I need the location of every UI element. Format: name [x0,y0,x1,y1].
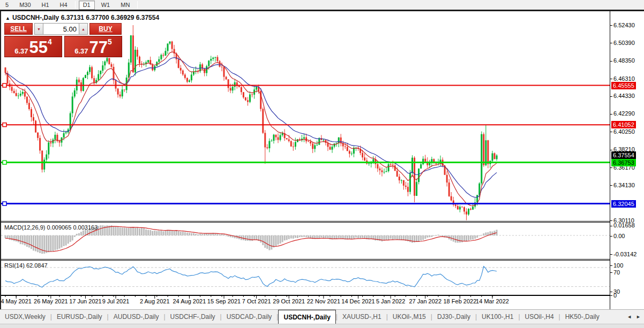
timeframe-button-m30[interactable]: M30 [15,1,35,10]
price-axis-tick [610,150,612,150]
volume-input[interactable] [43,23,79,35]
tab-xauusd-h1[interactable]: XAUUSD-,H1 [338,310,386,324]
chart-title-ohlc: 6.37131 6.37700 6.36929 6.37554 [61,14,160,21]
price-axis-tick-label: 6.40250 [613,128,635,135]
volume-decrease-button[interactable]: ▼ [34,23,43,35]
rsi-axis-tick-label: 0 [613,292,617,299]
rsi-axis-tick [610,272,612,273]
price-axis-tick [610,25,612,26]
tab-scroll-right-icon[interactable]: ► [636,314,641,319]
sell-quote-box[interactable]: 6.37 55 4 [4,36,62,57]
tab-usdcnh-daily[interactable]: USDCNH-,Daily [278,310,335,324]
buy-quote-box[interactable]: 6.37 77 5 [64,36,122,57]
tab-dj30-daily[interactable]: DJ30-,Daily [432,310,475,324]
tab-ukoil-m15[interactable]: UKOil-,M15 [388,310,431,324]
timeframe-button-5[interactable]: 5 [1,1,13,10]
collapse-triangle-icon[interactable]: ▲ [5,16,10,21]
macd-pane[interactable]: MACD(12,26,9) 0.009065 0.003163 [1,222,610,260]
rsi-label: RSI(14) 62.0847 [4,262,48,269]
chart-tab-bar: USDX,Weekly|EURUSD-,Daily|AUDUSD-,Daily|… [0,309,644,324]
price-level-tag: 6.37554 [611,151,636,159]
chart-window: ▲USDCNH-,Daily 6.37131 6.37700 6.36929 6… [0,11,644,309]
price-axis-tick-label: 6.48350 [613,57,635,64]
tab-scroll-arrows: ◄► [627,310,644,324]
time-axis-label: 7 Oct 2021 [242,298,271,304]
timeframe-toolbar: 5M30H1H4D1W1MN [0,0,644,10]
rsi-axis-tick [610,292,612,292]
one-click-trade-panel: SELL ▼ ▲ BUY 6.37 55 4 6.37 77 5 [4,23,123,57]
time-axis-label: 24 Aug 2021 [173,298,206,304]
rsi-pane[interactable]: RSI(14) 62.0847 [1,260,610,295]
time-axis-label: 26 May 2021 [34,298,68,304]
time-axis-label: 14 Mar 2022 [476,298,509,304]
price-axis-tick [610,114,612,115]
ask-price-big: 77 [89,40,108,55]
price-pane[interactable]: ▲USDCNH-,Daily 6.37131 6.37700 6.36929 6… [1,11,610,222]
tab-scroll-left-icon[interactable]: ◄ [627,314,632,319]
rsi-axis-tick-label: 100 [613,262,623,269]
buy-button[interactable]: BUY [89,23,122,35]
tab-usdx-weekly[interactable]: USDX,Weekly [0,310,50,324]
rsi-chart-svg[interactable] [1,261,610,295]
time-axis[interactable]: 4 May 202126 May 202117 Jun 20219 Jul 20… [1,295,610,306]
time-axis-label: 15 Sep 2021 [207,298,241,304]
tab-uk100-h1[interactable]: UK100-,H1 [477,310,518,324]
price-axis-tick [610,132,612,132]
tab-usdchf-daily[interactable]: USDCHF-,Daily [166,310,220,324]
bid-price-big: 55 [29,40,48,55]
timeframe-button-w1[interactable]: W1 [97,1,115,10]
tab-hk50-daily[interactable]: HK50-,Daily [560,310,604,324]
price-axis-tick [610,79,612,79]
price-axis-tick [610,61,612,62]
price-axis-tick [610,185,612,186]
macd-axis-tick [610,226,612,226]
time-axis-label: 14 Dec 2021 [341,298,375,304]
time-axis-label: 29 Oct 2021 [273,298,305,304]
bid-price-pip: 4 [48,37,52,46]
ask-price-pip: 5 [108,37,112,46]
time-axis-label: 22 Nov 2021 [307,298,340,304]
price-level-tag: 6.32045 [611,200,636,208]
toolbar-separator [75,1,76,9]
rsi-axis-tick [610,265,612,266]
price-level-tag: 6.41052 [611,121,636,128]
timeframe-button-h1[interactable]: H1 [38,1,54,10]
time-axis-label: 5 Jan 2022 [376,298,405,304]
macd-axis-tick-label: 0.00 [613,233,625,240]
macd-axis-tick [610,254,612,255]
price-level-tag: 6.45555 [611,82,636,89]
tab-usoil-h4[interactable]: USOil-,H4 [520,310,559,324]
bid-price-prefix: 6.37 [14,47,28,55]
price-axis-tick-label: 6.52430 [613,22,635,29]
macd-axis-tick [610,236,612,237]
price-axis-tick [610,220,612,221]
macd-axis-tick-label: -0.03142 [613,251,636,258]
timeframe-button-mn[interactable]: MN [116,1,134,10]
volume-increase-button[interactable]: ▲ [79,23,88,35]
sell-button[interactable]: SELL [4,23,33,35]
price-axis-tick [610,167,612,168]
toolbar-separator [137,1,138,9]
bottom-strip [0,324,644,328]
price-axis-tick-label: 6.34130 [613,182,635,189]
price-axis-tick [610,43,612,43]
chart-title: ▲USDCNH-,Daily 6.37131 6.37700 6.36929 6… [5,14,159,21]
chart-column: ▲USDCNH-,Daily 6.37131 6.37700 6.36929 6… [0,11,610,309]
timeframe-button-d1[interactable]: D1 [79,1,95,10]
price-axis-tick-label: 6.42290 [613,110,635,117]
price-axis-tick-label: 6.44330 [613,93,635,100]
rsi-axis-tick [610,295,612,296]
time-axis-label: 27 Jan 2022 [409,298,441,304]
tab-audusd-daily[interactable]: AUDUSD-,Daily [109,310,164,324]
tab-eurusd-daily[interactable]: EURUSD-,Daily [52,310,107,324]
price-axis[interactable]: 6.524306.503906.483506.463106.443306.422… [610,11,642,309]
tab-usdcad-daily[interactable]: USDCAD-,Daily [222,310,277,324]
timeframe-button-h4[interactable]: H4 [56,1,72,10]
time-axis-label: 2 Aug 2021 [140,298,170,304]
chart-title-symbol: USDCNH-,Daily [12,14,59,21]
rsi-axis-tick-label: 70 [613,269,620,276]
price-level-tag: 6.36753 [611,159,636,166]
macd-label: MACD(12,26,9) 0.009065 0.003163 [4,224,98,231]
macd-axis-tick-label: 0.01658 [613,222,635,229]
price-axis-tick-label: 6.50390 [613,40,635,47]
